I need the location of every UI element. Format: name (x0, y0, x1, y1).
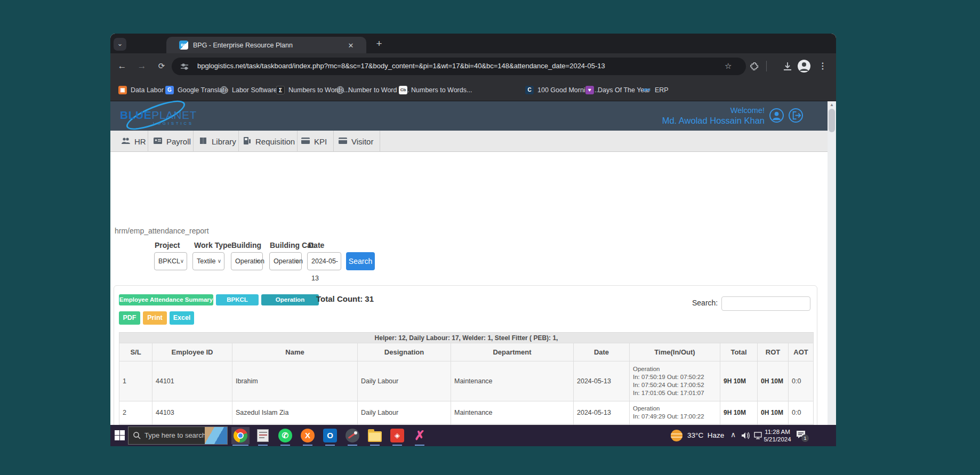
bookmark-label: Data Labor (131, 86, 164, 94)
nav-item-label: Requisition (255, 137, 295, 146)
column-header[interactable]: Employee ID (152, 343, 232, 361)
running-app-indicator (392, 445, 402, 446)
profile-avatar[interactable] (798, 60, 810, 73)
cell-designation: Daily Labour (358, 401, 451, 424)
bookmark-item[interactable]: BPGERP (642, 79, 669, 101)
column-header[interactable]: Total (720, 343, 758, 361)
taskbar-app-outlook[interactable]: O (321, 427, 339, 444)
cell-name: Sazedul Islam Zia (232, 401, 358, 424)
visitor-icon (339, 136, 347, 147)
taskbar-app-explorer[interactable] (366, 427, 384, 444)
search-button[interactable]: Search (346, 252, 375, 270)
building-badge: Operation (Operation) (261, 294, 319, 305)
bookmark-star-icon[interactable]: ☆ (725, 61, 732, 71)
download-icon[interactable] (781, 60, 794, 73)
menu-dots-icon[interactable]: ⋮ (816, 60, 829, 73)
forward-icon[interactable]: → (135, 60, 148, 73)
building-select[interactable]: Operation∨ (231, 252, 263, 270)
column-header[interactable]: S/L (119, 343, 152, 361)
nav-item-label: KPI (314, 137, 327, 146)
speaker-icon[interactable] (741, 431, 751, 440)
tab-search-chevron-icon[interactable]: ⌄ (114, 38, 126, 51)
taskbar-app-whatsapp[interactable]: ✆ (276, 427, 294, 444)
bookmark-item[interactable]: GGoogle Translate (165, 79, 228, 101)
search-highlight-image[interactable] (205, 427, 227, 444)
pdf-button[interactable]: PDF (119, 311, 140, 325)
cell-aot: 0:0 (789, 401, 814, 424)
bookmark-item[interactable]: ▣Data Labor (118, 79, 164, 101)
weather-haze-icon[interactable] (671, 430, 682, 441)
logo-text: BLUEPLANET (120, 109, 197, 122)
nav-item-label: HR (134, 137, 146, 146)
nav-item-library[interactable]: Library (199, 131, 236, 152)
taskbar-app-redapp[interactable]: ◈ (388, 427, 406, 444)
taskbar-search[interactable]: Type here to search (128, 426, 228, 445)
table-row: 244103Sazedul Islam ZiaDaily LabourMaint… (119, 401, 814, 424)
running-app-indicator (370, 445, 380, 446)
weather-text[interactable]: 33°C Haze (687, 431, 724, 439)
site-settings-icon[interactable] (180, 62, 189, 71)
profile-button[interactable] (769, 108, 784, 123)
chrome-icon (234, 429, 247, 442)
bookmark-item[interactable]: CbNumbers to Words... (399, 79, 472, 101)
url-text: bpglogistics.net/task/taskboard/index.ph… (197, 62, 605, 70)
user-name: Md. Awolad Hossain Khan (662, 115, 765, 126)
back-icon[interactable]: ← (116, 60, 128, 73)
scrollbar-thumb[interactable] (829, 109, 835, 132)
project-select[interactable]: BPKCL∨ (154, 252, 187, 270)
browser-tab[interactable]: BP BPG - Enterprise Resource Plann ✕ (166, 37, 366, 53)
column-header[interactable]: ROT (758, 343, 789, 361)
taskbar-app-chrome[interactable] (231, 427, 250, 444)
nav-separator (333, 131, 334, 152)
column-header[interactable]: Time(In/Out) (630, 343, 720, 361)
extensions-icon[interactable] (748, 60, 761, 73)
column-header[interactable]: AOT (789, 343, 814, 361)
bookmark-item[interactable]: Number to Word C... (336, 79, 409, 101)
tab-favicon-icon: BP (179, 41, 188, 50)
nav-item-label: Payroll (166, 137, 191, 146)
scroll-up-icon[interactable]: ▲ (830, 102, 834, 107)
tray-chevron-icon[interactable]: ∧ (730, 430, 736, 439)
table-search-label: Search: (692, 299, 718, 307)
address-bar[interactable]: bpglogistics.net/task/taskboard/index.ph… (172, 58, 746, 75)
page-scrollbar[interactable]: ▲ (828, 101, 836, 425)
explorer-icon (368, 431, 382, 442)
cell-total: 9H 10M (720, 401, 758, 424)
nav-item-hr[interactable]: HR (122, 131, 146, 152)
column-header[interactable]: Department (451, 343, 574, 361)
blue-planet-logo[interactable]: BLUEPLANET LOGISTICS (120, 106, 211, 127)
gt-bookmark-icon: G (165, 86, 174, 94)
bookmark-item[interactable]: ♥Days Of The Year (585, 79, 650, 101)
nav-item-visitor[interactable]: Visitor (339, 131, 373, 152)
date-input[interactable]: 2024-05-13 (307, 252, 341, 270)
table-search-input[interactable] (721, 296, 810, 311)
nav-item-requisition[interactable]: Requisition (243, 131, 295, 152)
new-tab-button[interactable]: + (373, 37, 385, 50)
column-header[interactable]: Designation (358, 343, 451, 361)
project-label: Project (155, 241, 180, 249)
column-header[interactable]: Date (574, 343, 630, 361)
welcome-text: Welcome! (662, 106, 765, 115)
excel-button[interactable]: Excel (170, 311, 194, 325)
table-group-header: Helper: 12, Daily Labour: 17, Welder: 1,… (119, 333, 814, 343)
nav-item-payroll[interactable]: Payroll (154, 131, 191, 152)
taskbar-app-xampp[interactable]: X (299, 427, 317, 444)
notification-button[interactable]: 1 (796, 430, 807, 440)
box-bookmark-icon: ▣ (118, 86, 127, 94)
reload-icon[interactable]: ⟳ (155, 60, 168, 73)
print-button[interactable]: Print (143, 311, 167, 325)
taskbar-app-pinktool[interactable]: ✗ (411, 427, 429, 444)
tab-close-icon[interactable]: ✕ (346, 41, 356, 51)
taskbar-clock[interactable]: 11:28 AM 5/21/2024 (762, 428, 793, 443)
taskbar-app-docs[interactable] (254, 427, 272, 444)
globe-bookmark-icon (220, 86, 228, 94)
nav-item-kpi[interactable]: KPI (301, 131, 327, 152)
work-type-select[interactable]: Textile∨ (192, 252, 224, 270)
building-cat-select[interactable]: Operation∨ (269, 252, 302, 270)
taskbar-app-media[interactable] (343, 427, 362, 444)
start-button[interactable] (115, 430, 125, 441)
logout-button[interactable] (789, 108, 803, 123)
column-header[interactable]: Name (232, 343, 358, 361)
bookmark-item[interactable]: Labor Software (220, 79, 277, 101)
logo-subtext: LOGISTICS (153, 121, 194, 126)
